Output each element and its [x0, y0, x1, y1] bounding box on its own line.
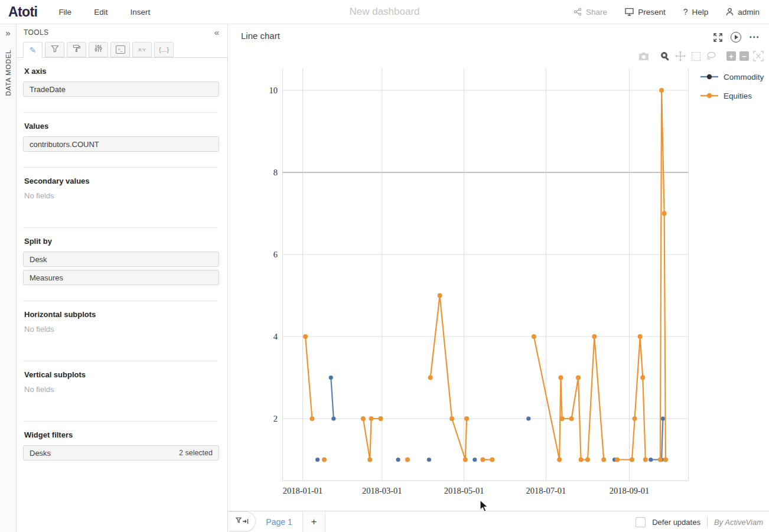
tab-page-1[interactable]: Page 1 [256, 511, 303, 532]
field-chip-contributors-count[interactable]: contributors.COUNT [23, 136, 219, 152]
help-icon: ? [683, 7, 688, 17]
workspace: » DATA MODEL TOOLS « ✎ [0, 24, 769, 532]
menu-edit[interactable]: Edit [94, 8, 107, 17]
svg-text:8: 8 [273, 168, 278, 177]
section-label: Widget filters [24, 430, 219, 439]
section-label: Values [24, 122, 219, 130]
section-values: Values contributors.COUNT [17, 113, 227, 168]
section-vertical-subplots: Vertical subplots No fields [17, 361, 227, 422]
svg-text:2018-05-01: 2018-05-01 [444, 486, 484, 495]
section-label: Secondary values [24, 177, 219, 185]
plus-icon: + [311, 516, 317, 528]
line-chart-widget: Line chart ⋯ [228, 24, 769, 532]
activeviam-brand: By ActiveViam [714, 518, 763, 527]
svg-text:2018-01-01: 2018-01-01 [283, 486, 323, 495]
page-filters-icon [236, 517, 249, 526]
tab-edit[interactable]: ✎ [23, 42, 43, 58]
atoti-logo: Atoti [8, 4, 37, 20]
data-model-label: DATA MODEL [5, 50, 12, 96]
tab-style[interactable] [67, 42, 86, 57]
svg-text:2018-09-01: 2018-09-01 [610, 486, 650, 495]
menu-file[interactable]: File [58, 8, 71, 17]
section-widget-filters: Widget filters Desks 2 selected [17, 422, 227, 461]
section-label: Split by [24, 237, 219, 246]
svg-text:4: 4 [273, 332, 278, 341]
field-sections: X axis TradeDate Values contributors.COU… [17, 58, 227, 532]
share-button[interactable]: Share [574, 8, 607, 17]
section-horizontal-subplots: Horizontal subplots No fields [17, 301, 227, 361]
filter-icon [51, 44, 59, 55]
section-label: Vertical subplots [24, 370, 219, 379]
sliders-icon [95, 44, 102, 55]
line-chart-canvas[interactable]: 2468102018-01-012018-03-012018-05-012018… [228, 24, 769, 511]
paint-roller-icon [73, 44, 81, 55]
main-menus: File Edit Insert [58, 8, 150, 17]
present-button[interactable]: Present [625, 8, 666, 17]
tools-panel: TOOLS « ✎ >_ X: [17, 24, 228, 532]
tab-xy[interactable]: X:Y [132, 42, 152, 57]
divider [707, 516, 708, 528]
tab-settings[interactable] [89, 42, 108, 57]
terminal-icon: >_ [116, 45, 125, 54]
no-fields-text: No fields [24, 191, 219, 200]
svg-text:2: 2 [273, 414, 278, 423]
tab-query[interactable]: >_ [110, 42, 130, 57]
legend-item-equities[interactable]: Equities [700, 89, 764, 102]
page-bar-right: Defer updates By ActiveViam [636, 516, 769, 528]
menu-insert[interactable]: Insert [130, 8, 150, 17]
share-icon [574, 8, 582, 16]
top-menu-bar: Atoti File Edit Insert New dashboard Sha… [0, 0, 769, 24]
expand-data-model-icon[interactable]: » [5, 28, 10, 38]
defer-updates-label: Defer updates [652, 518, 700, 527]
app-window: Atoti File Edit Insert New dashboard Sha… [0, 0, 769, 532]
section-x-axis: X axis TradeDate [17, 58, 227, 113]
collapse-panel-icon[interactable]: « [214, 27, 219, 37]
pencil-icon: ✎ [30, 45, 37, 55]
tab-filters[interactable] [45, 42, 64, 57]
field-chip-tradedate[interactable]: TradeDate [23, 81, 219, 97]
filter-selection-count: 2 selected [179, 449, 213, 457]
help-button[interactable]: ? Help [683, 7, 709, 17]
tools-tabstrip: ✎ >_ X:Y {…} [17, 40, 227, 58]
tools-title: TOOLS [24, 28, 48, 37]
present-icon [625, 8, 634, 16]
section-split-by: Split by Desk Measures [17, 228, 227, 301]
code-braces-icon: {…} [159, 47, 169, 53]
page-filters-button[interactable] [229, 511, 256, 531]
section-secondary-values: Secondary values No fields [17, 168, 227, 228]
no-fields-text: No fields [24, 325, 219, 334]
xy-icon: X:Y [138, 47, 146, 53]
dashboard-title-input[interactable]: New dashboard [349, 6, 419, 18]
tools-header: TOOLS « [17, 24, 227, 40]
filter-chip-desks[interactable]: Desks 2 selected [23, 445, 219, 461]
data-model-rail: » DATA MODEL [0, 24, 17, 532]
chart-legend: Commodity Equities [700, 70, 764, 102]
page-bar: Page 1 + Defer updates By ActiveViam [228, 511, 769, 532]
svg-text:6: 6 [273, 250, 278, 259]
add-page-button[interactable]: + [303, 511, 325, 532]
field-chip-measures[interactable]: Measures [23, 270, 219, 285]
user-icon [726, 8, 734, 16]
defer-updates-checkbox[interactable] [636, 517, 646, 527]
svg-text:10: 10 [269, 86, 278, 95]
legend-item-commodity[interactable]: Commodity [700, 70, 764, 83]
svg-text:2018-03-01: 2018-03-01 [362, 486, 402, 495]
topbar-actions: Share Present ? Help admin [574, 7, 760, 17]
legend-swatch-equities [700, 92, 719, 99]
user-menu[interactable]: admin [726, 8, 760, 17]
field-chip-desk[interactable]: Desk [23, 252, 219, 267]
no-fields-text: No fields [24, 385, 219, 394]
tab-state[interactable]: {…} [154, 42, 174, 57]
legend-swatch-commodity [700, 73, 719, 80]
section-label: X axis [24, 67, 219, 76]
svg-text:2018-07-01: 2018-07-01 [526, 486, 566, 495]
section-label: Horizontal subplots [24, 310, 219, 319]
